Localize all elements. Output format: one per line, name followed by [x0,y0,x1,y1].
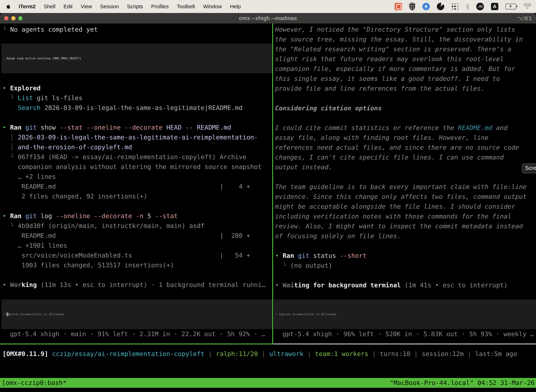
window-shortcut-hint: ⌥⌘1 [517,15,532,21]
menu-app-name[interactable]: iTerm2 [19,4,36,9]
terminal-line: │ 2026-03-09-is-legal-the-same-as-legiti… [2,132,266,142]
bolt-badge-icon[interactable] [422,3,430,10]
terminal-line: the source tree, missing the essay. Stil… [275,34,526,44]
terminal-line: the "Related research writing" section i… [275,44,526,54]
terminal-line: references need actual files, and since … [275,143,526,152]
menu-item-window[interactable]: Window [203,4,222,9]
tmux-host-clock: "MacBook-Pro-44.local" 04:52 31-Mar-26 [390,378,536,388]
terminal-line: … +2 lines [2,172,266,182]
left-prompt-input[interactable]: › Improve documentation in @filename [1,299,272,329]
terminal-line: evidence. Since this change only affects… [275,192,526,202]
pac-circle-icon[interactable] [437,3,444,10]
terminal-line: of focusing solely on file lines. [275,231,526,241]
terminal-line: companion analysis without altering the … [2,162,266,172]
right-prompt-input[interactable]: › Improve documentation in @filename [274,299,536,329]
terminal-line: src/voice/voiceModeEnabled.ts | 54 + [2,250,266,260]
omx-status-bar: [OMX#0.11.9] cczip/essay/ai-reimplementa… [2,349,517,359]
terminal-line [2,270,266,280]
left-prompt-line: › Improve documentation in @filename [3,309,64,319]
terminal-line [275,93,526,103]
apple-icon[interactable] [6,4,10,9]
right-prompt-line: › Improve documentation in @filename [275,309,336,319]
inject-message-line: › Ralph loop active continue [OMX_TMUX_I… [3,54,81,63]
menu-item-scripts[interactable]: Scripts [127,4,143,9]
chat-app-icon[interactable] [395,3,402,10]
menu-bar-status-icons: § ..61 A [395,3,536,10]
terminal-line: changes, I can't cite specific file line… [275,152,526,162]
terminal-line: README.md | 280 + [2,231,266,241]
terminal-content: └ No agents completed yet › Ralph loop a… [0,23,536,392]
iterm-window: omx --xhigh --madmax ⌥⌘1 └ No agents com… [0,13,536,392]
menu-item-shell[interactable]: Shell [44,4,55,9]
wifi-icon[interactable] [523,3,531,10]
terminal-line: 2 files changed, 92 insertions(+) [2,191,266,201]
terminal-line [2,113,266,123]
hook-glyph-icon[interactable]: § [466,3,469,10]
menu-bar-left: iTerm2 ShellEditViewSessionScriptsProfil… [0,4,241,9]
menu-item-view[interactable]: View [81,4,92,9]
inject-message-box[interactable]: › Ralph loop active continue [OMX_TMUX_I… [1,44,272,73]
terminal-line: might be acceptable alongside the file l… [275,202,526,211]
terminal-line [275,113,526,123]
tmux-window-label[interactable]: [omx-cczip0:bash* [0,378,67,388]
right-pane-border-bottom [273,344,536,344]
input-source-icon[interactable]: A [491,3,498,10]
battery-icon[interactable] [505,4,516,9]
menu-item-edit[interactable]: Edit [63,4,73,9]
terminal-line: slight risk that future readers may over… [275,54,526,64]
terminal-line: └ 4b9d30f (origin/main, instructkr/main,… [2,221,266,231]
battery-badge-icon[interactable]: ..61 [476,3,484,10]
terminal-line: └ 067f154 (HEAD -> essay/ai-reimplementa… [2,152,266,162]
terminal-line: 1903 files changed, 513517 insertions(+) [2,260,266,270]
terminal-line: └ (no output) [275,261,526,271]
terminal-line: I could cite commit statistics or refere… [275,123,526,133]
left-pane[interactable]: └ No agents completed yet › Ralph loop a… [0,23,272,344]
terminal-line: └ No agents completed yet [2,25,98,34]
terminal-line: └ List git ls-files [2,93,266,103]
terminal-line [275,271,526,280]
window-title: omx --xhigh --madmax [0,15,536,21]
terminal-line: review. Also, I might want to inspect th… [275,221,526,231]
terminal-line: │ and-the-erosion-of-copyleft.md [2,142,266,152]
terminal-line: … +1901 lines [2,241,266,250]
terminal-line: • Working (11m 13s • esc to interrupt) ·… [2,280,266,290]
pane-divider[interactable] [272,23,273,344]
terminal-line: • Ran git log --oneline --decorate -n 5 … [2,211,266,221]
window-titlebar: omx --xhigh --madmax ⌥⌘1 [0,13,536,23]
tmux-status-bar: [omx-cczip0:bash* "MacBook-Pro-44.local"… [0,378,536,388]
terminal-line: README.md | 4 + [2,182,266,191]
left-session-status: gpt-5.4 xhigh · main · 91% left · 2.31M … [10,329,265,339]
terminal-line: including verification notes with those … [275,211,526,221]
terminal-line: Search 2026-03-09-is-legal-the-same-as-l… [2,103,266,113]
screen-overlay-button[interactable]: Scre [522,163,536,173]
terminal-line: this single essay, it seems like a good … [275,74,526,84]
terminal-line: output instead. [275,162,526,172]
menu-items-container: ShellEditViewSessionScriptsProfilesToolb… [44,4,241,9]
terminal-line: provide file and line references from th… [275,84,526,93]
terminal-line: The team guideline is to back every impo… [275,182,526,192]
right-pane-scrollback: However, I noticed the "Directory Struct… [275,25,526,290]
left-pane-scrollback: • Explored └ List git ls-files Search 20… [2,83,266,290]
menu-item-help[interactable]: Help [230,4,241,9]
terminal-line [275,172,526,182]
shield-icon[interactable] [409,3,415,10]
right-session-status: gpt-5.4 xhigh · 96% left · 520K in · 5.8… [282,329,534,339]
terminal-line [275,241,526,251]
terminal-line [2,201,266,211]
menu-bar: iTerm2 ShellEditViewSessionScriptsProfil… [0,0,536,13]
terminal-line: Considering citation options [275,103,526,113]
menu-item-session[interactable]: Session [100,4,119,9]
dots-grid-icon[interactable] [451,3,459,10]
terminal-line: • Ran git show --stat --oneline --decora… [2,123,266,132]
terminal-line: However, I noticed the "Directory Struct… [275,25,526,34]
menu-item-profiles[interactable]: Profiles [151,4,169,9]
terminal-line: essay file, along with finding root file… [275,133,526,143]
left-pane-border-bottom [0,344,273,344]
terminal-line: • Ran git status --short [275,251,526,261]
terminal-line: • Explored [2,83,266,93]
screen: { "menu_bar": { "app_name": "iTerm2", "i… [0,0,536,392]
terminal-line: companion file, especially if more comme… [275,64,526,74]
terminal-line: • Waiting for background terminal (1m 41… [275,280,526,290]
right-pane[interactable]: However, I noticed the "Directory Struct… [274,23,536,344]
menu-item-toolbelt[interactable]: Toolbelt [177,4,195,9]
